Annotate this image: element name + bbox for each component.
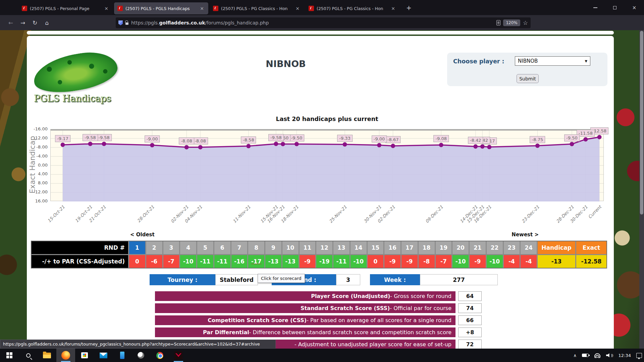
- player-select[interactable]: NIBNOB ▾: [515, 56, 590, 66]
- folder-icon: [43, 353, 51, 358]
- browser-tab[interactable]: (2507) PGLS - PG Classics - Hon×: [305, 2, 399, 14]
- browser-tab[interactable]: (2507) PGLS - PG Classics - Hon×: [210, 2, 304, 14]
- tab-bar: (2507) PGLS - Personal Page×(2507) PGLS …: [0, 0, 644, 15]
- par-value-cell: -10: [487, 255, 503, 268]
- tourney-scorecard-link[interactable]: Stableford: [215, 274, 258, 285]
- data-point-label: -9.17: [55, 135, 70, 142]
- search-icon: [26, 353, 31, 358]
- data-point-label: -9.58: [83, 134, 98, 141]
- minimize-button[interactable]: [586, 0, 605, 15]
- data-point-label: -8.58: [241, 136, 256, 143]
- rounds-table: RND #12345678910111213141516171819202122…: [31, 241, 607, 268]
- par-value-cell: -4: [521, 255, 537, 268]
- par-value-cell: 0: [129, 255, 145, 268]
- y-tick-label: -16.00: [28, 126, 48, 131]
- reload-icon[interactable]: ↻: [29, 19, 41, 26]
- tray-expand-icon[interactable]: ∧: [573, 353, 577, 358]
- battery-icon[interactable]: [582, 354, 589, 357]
- rnd-number-cell: 7: [231, 241, 248, 254]
- chevron-down-icon: ▾: [585, 58, 587, 64]
- back-icon[interactable]: ←: [5, 19, 17, 26]
- tracking-protection-shield-icon[interactable]: [118, 20, 123, 25]
- tab-close-icon[interactable]: ×: [199, 6, 205, 11]
- taskbar-your-phone[interactable]: [113, 349, 131, 362]
- rnd-number-cell: 16: [384, 241, 400, 254]
- start-button[interactable]: [0, 349, 19, 362]
- score-row: Player Score (Unadjusted) - Gross score …: [155, 291, 511, 301]
- bookmark-star-icon[interactable]: ☆: [523, 19, 528, 26]
- taskbar-firefox[interactable]: [56, 349, 75, 362]
- x-axis-date-label: 09-Dec-21: [414, 204, 444, 234]
- new-tab-button[interactable]: +: [404, 4, 414, 12]
- tab-title: (2507) PGLS - PG Classics - Hon: [221, 6, 292, 11]
- data-point-label: -9.00: [372, 135, 387, 142]
- par-value-cell: -19: [316, 255, 332, 268]
- tourney-cell: 277: [420, 274, 498, 285]
- tabs-container: (2507) PGLS - Personal Page×(2507) PGLS …: [18, 1, 399, 14]
- submit-button[interactable]: Submit: [517, 74, 539, 83]
- y-tick-label: 0.00: [28, 163, 48, 168]
- taskbar-predator[interactable]: [169, 349, 188, 362]
- close-button[interactable]: ×: [625, 0, 644, 15]
- par-value-cell: -7: [163, 255, 179, 268]
- rnd-number-cell: 21: [470, 241, 486, 254]
- choose-player-panel: Choose player : NIBNOB ▾ Submit: [447, 53, 607, 86]
- tab-close-icon[interactable]: ×: [390, 6, 396, 11]
- exact-header-cell: Exact: [576, 241, 606, 254]
- par-value-cell: -8: [419, 255, 435, 268]
- data-point-label: -8.42: [468, 137, 483, 144]
- rnd-number-cell: 24: [521, 241, 537, 254]
- volume-icon[interactable]: )): [606, 353, 613, 358]
- rnd-number-cell: 2: [146, 241, 162, 254]
- tourney-cell: Week :: [370, 274, 420, 285]
- par-value-cell: 0: [368, 255, 384, 268]
- data-point-label: -9.50: [564, 134, 580, 141]
- taskbar-clock[interactable]: 12:34: [619, 353, 631, 358]
- tab-close-icon[interactable]: ×: [103, 6, 109, 11]
- par-value-cell: -10: [180, 255, 196, 268]
- home-icon[interactable]: ⌂: [41, 19, 53, 26]
- data-point-label: -9.33: [337, 135, 353, 142]
- action-center-icon[interactable]: [636, 353, 642, 358]
- taskbar-store[interactable]: [75, 349, 94, 362]
- wifi-icon[interactable]: [594, 353, 601, 358]
- score-row-label: Competition Scratch Score (CSS) - Par ba…: [155, 315, 455, 325]
- score-row-value: 74: [458, 303, 482, 313]
- tab-close-icon[interactable]: ×: [294, 6, 301, 11]
- rnd-number-cell: 23: [504, 241, 520, 254]
- tourney-cell: Tourney :: [150, 274, 215, 285]
- handicap-value-cell: -13: [538, 255, 575, 268]
- rnd-number-cell: 13: [333, 241, 350, 254]
- taskbar-file-explorer[interactable]: [38, 349, 56, 362]
- zoom-level-badge[interactable]: 120%: [503, 19, 520, 26]
- taskbar-chrome[interactable]: [150, 349, 169, 362]
- browser-tab[interactable]: (2507) PGLS - Personal Page×: [18, 2, 113, 14]
- par-value-cell: -9: [300, 255, 316, 268]
- x-axis-date-label: 15-Oct-21: [36, 204, 65, 234]
- page-scrollbar[interactable]: [639, 30, 644, 349]
- score-row-label: Standard Scratch Score (SSS) - Official …: [155, 303, 455, 313]
- windows-taskbar: ∧ )) 12:34: [0, 349, 644, 362]
- par-value-cell[interactable]: -17: [248, 255, 264, 268]
- taskbar-app[interactable]: [131, 349, 150, 362]
- chart-title: Last 20 handicaps plus current: [50, 116, 604, 122]
- reader-mode-icon[interactable]: [496, 20, 500, 25]
- rnd-number-cell: 18: [419, 241, 435, 254]
- forward-icon[interactable]: →: [17, 19, 29, 26]
- site-favicon: [22, 6, 27, 11]
- score-row-value: 64: [458, 291, 482, 301]
- scrollbar-thumb[interactable]: [640, 31, 643, 215]
- page-content: PGLS Handicaps NIBNOB Choose player : NI…: [27, 36, 614, 349]
- maximize-icon: [613, 6, 616, 9]
- rnd-number-cell: 19: [436, 241, 452, 254]
- maximize-button[interactable]: [605, 0, 625, 15]
- url-bar[interactable]: https://pgls.golfladders.co.uk/forums/pg…: [116, 17, 531, 28]
- taskbar-search-button[interactable]: [19, 349, 38, 362]
- par-value-cell: -11: [333, 255, 350, 268]
- tab-title: (2507) PGLS - Personal Page: [30, 6, 101, 11]
- lock-icon[interactable]: [125, 22, 128, 25]
- tourney-gap: [360, 274, 370, 285]
- browser-tab[interactable]: (2507) PGLS - PGLS Handicaps×: [114, 2, 208, 14]
- handicap-chart-plot: -9.17-9.58-9.58-9.00-8.08-8.08-8.58-9.58…: [50, 129, 604, 201]
- taskbar-mail[interactable]: [94, 349, 113, 362]
